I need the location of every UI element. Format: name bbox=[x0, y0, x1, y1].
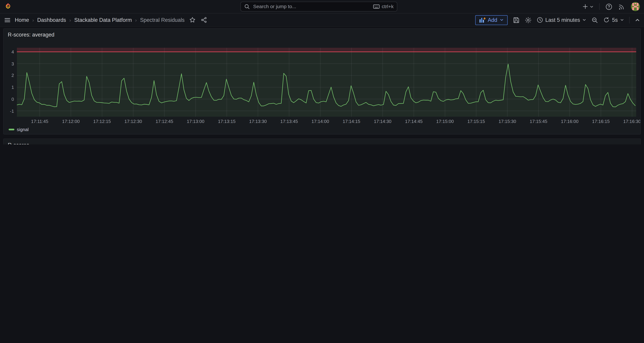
star-icon[interactable] bbox=[190, 17, 196, 23]
settings-icon[interactable] bbox=[525, 17, 532, 23]
top-nav: ctrl+k bbox=[0, 0, 644, 14]
legend-label: signal bbox=[17, 127, 28, 132]
x-tick-label: 17:12:30 bbox=[124, 119, 142, 124]
breadcrumb-separator: › bbox=[69, 17, 71, 23]
x-tick-label: 17:15:45 bbox=[530, 119, 547, 124]
clock-icon bbox=[537, 17, 543, 23]
breadcrumb-current: Spectral Residuals bbox=[140, 17, 184, 23]
time-range-label: Last 5 minutes bbox=[546, 17, 580, 23]
plus-icon bbox=[582, 4, 588, 9]
y-tick-label: 3 bbox=[12, 61, 14, 66]
search-box[interactable]: ctrl+k bbox=[240, 2, 397, 12]
panel-title[interactable]: R-scores bbox=[4, 139, 640, 144]
breadcrumb-separator: › bbox=[135, 17, 137, 23]
add-button[interactable]: Add bbox=[475, 15, 508, 25]
time-range-picker[interactable]: Last 5 minutes bbox=[537, 17, 586, 23]
breadcrumb-home[interactable]: Home bbox=[15, 17, 29, 23]
refresh-icon bbox=[604, 17, 610, 23]
nav-divider bbox=[599, 3, 600, 10]
chevron-down-icon bbox=[620, 18, 624, 22]
x-tick-label: 17:14:45 bbox=[405, 119, 422, 124]
x-tick-label: 17:16:00 bbox=[561, 119, 578, 124]
y-tick-label: 2 bbox=[12, 73, 14, 78]
x-tick-label: 17:15:30 bbox=[498, 119, 516, 124]
x-axis: 17:11:4517:12:0017:12:1517:12:3017:12:45… bbox=[17, 117, 636, 127]
grafana-logo-icon[interactable] bbox=[4, 3, 12, 11]
chevron-down-icon bbox=[582, 18, 586, 22]
save-icon[interactable] bbox=[513, 17, 520, 23]
x-tick-label: 17:11:45 bbox=[31, 119, 48, 124]
refresh-interval-label: 5s bbox=[612, 17, 618, 23]
panel-r-scores-averaged: R-scores: averaged 43210-1 17:11:4517:12… bbox=[3, 29, 641, 135]
avatar[interactable] bbox=[631, 2, 640, 11]
new-menu-button[interactable] bbox=[582, 4, 594, 9]
y-tick-label: 4 bbox=[12, 49, 14, 54]
x-tick-label: 17:12:15 bbox=[93, 119, 111, 124]
y-tick-label: 1 bbox=[12, 85, 14, 90]
timeseries-chart[interactable] bbox=[17, 48, 636, 117]
x-tick-label: 17:12:45 bbox=[156, 119, 173, 124]
collapse-caret-icon[interactable] bbox=[635, 18, 640, 22]
search-shortcut: ctrl+k bbox=[382, 4, 394, 9]
x-tick-label: 17:14:00 bbox=[312, 119, 329, 124]
y-tick-label: 0 bbox=[12, 97, 14, 102]
x-tick-label: 17:14:30 bbox=[374, 119, 392, 124]
legend-item[interactable]: signal bbox=[9, 127, 29, 132]
menu-icon[interactable] bbox=[4, 17, 11, 23]
x-tick-label: 17:12:00 bbox=[62, 119, 80, 124]
y-axis: 43210-1 bbox=[4, 48, 17, 117]
x-tick-label: 17:13:30 bbox=[249, 119, 267, 124]
legend: signal bbox=[4, 127, 640, 134]
add-button-label: Add bbox=[488, 17, 497, 23]
add-panel-icon bbox=[479, 17, 486, 23]
legend-color-pill bbox=[9, 129, 14, 130]
x-tick-label: 17:13:00 bbox=[187, 119, 204, 124]
share-icon[interactable] bbox=[201, 17, 207, 23]
chevron-down-icon bbox=[500, 18, 503, 22]
x-tick-label: 17:15:00 bbox=[436, 119, 454, 124]
x-tick-label: 17:13:15 bbox=[218, 119, 236, 124]
x-tick-label: 17:14:15 bbox=[343, 119, 360, 124]
x-tick-label: 17:13:45 bbox=[280, 119, 298, 124]
panel-title[interactable]: R-scores: averaged bbox=[4, 29, 640, 41]
x-tick-label: 17:16:30 bbox=[623, 119, 641, 124]
grafana-dashboard: ctrl+k bbox=[0, 0, 644, 144]
breadcrumb: Home › Dashboards › Stackable Data Platf… bbox=[15, 17, 184, 23]
zoom-out-icon[interactable] bbox=[592, 17, 598, 23]
refresh-picker[interactable]: 5s bbox=[604, 17, 624, 23]
keyboard-icon bbox=[373, 4, 380, 9]
breadcrumb-folder[interactable]: Stackable Data Platform bbox=[74, 17, 132, 23]
news-icon[interactable] bbox=[618, 3, 625, 10]
toolbar-divider bbox=[629, 17, 630, 23]
search-input[interactable] bbox=[252, 3, 371, 10]
dashboard-toolbar: Home › Dashboards › Stackable Data Platf… bbox=[0, 14, 644, 27]
breadcrumb-separator: › bbox=[32, 17, 34, 23]
panel-r-scores: R-scores 12.5107.552.50-2.5 17:11:4517:1… bbox=[3, 139, 641, 144]
search-icon bbox=[244, 4, 250, 9]
y-tick-label: -1 bbox=[10, 108, 14, 113]
x-tick-label: 17:16:15 bbox=[592, 119, 610, 124]
x-tick-label: 17:15:15 bbox=[468, 119, 485, 124]
breadcrumb-dashboards[interactable]: Dashboards bbox=[37, 17, 66, 23]
dashboard-grid: R-scores: averaged 43210-1 17:11:4517:12… bbox=[0, 27, 644, 144]
help-icon[interactable] bbox=[606, 3, 612, 10]
chevron-down-icon bbox=[590, 5, 594, 8]
